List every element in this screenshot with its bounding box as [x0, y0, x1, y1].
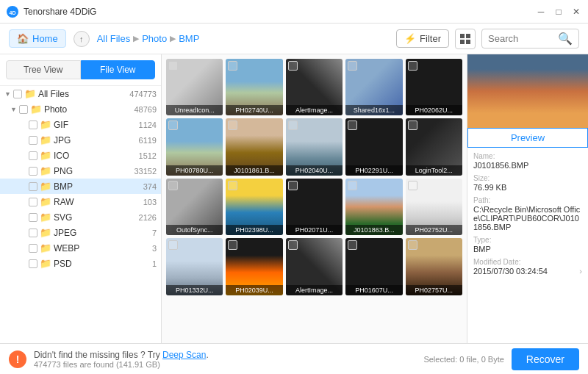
image-checkbox[interactable]	[288, 61, 298, 71]
image-checkbox[interactable]	[348, 181, 357, 190]
image-cell[interactable]: OutofSync...	[166, 179, 223, 235]
folder-icon: 📁	[40, 227, 51, 238]
image-cell[interactable]: PH02071U...	[286, 179, 343, 235]
image-cell[interactable]: PH01607U...	[345, 238, 402, 295]
meta-modified-chevron: 2015/07/30 03:24:54 ›	[473, 267, 582, 276]
tree-checkbox[interactable]	[29, 244, 37, 253]
search-box: 🔍	[481, 29, 579, 48]
tree-checkbox[interactable]	[29, 198, 37, 206]
image-cell[interactable]: PH02291U...	[345, 118, 402, 175]
image-cell[interactable]: PH01332U...	[166, 238, 223, 295]
tree-checkbox[interactable]	[29, 151, 37, 160]
tree-checkbox[interactable]	[29, 229, 37, 237]
search-icon[interactable]: 🔍	[558, 32, 573, 46]
image-checkbox[interactable]	[408, 61, 417, 71]
filter-button[interactable]: ⚡ Filter	[396, 29, 449, 48]
image-cell[interactable]: PH00780U...	[166, 118, 223, 175]
image-cell[interactable]: LoginTool2...	[406, 118, 462, 175]
tree-checkbox[interactable]	[29, 167, 37, 176]
tree-checkbox[interactable]	[29, 136, 37, 145]
sidebar-item-raw[interactable]: 📁 RAW 103	[0, 194, 161, 209]
image-checkbox[interactable]	[288, 240, 298, 250]
image-checkbox[interactable]	[168, 181, 178, 190]
sidebar-item-psd[interactable]: 📁 PSD 1	[0, 256, 161, 271]
image-checkbox[interactable]	[348, 240, 357, 250]
sidebar: Tree View File View ▼ ─ 📁 All Files 4747…	[0, 54, 162, 343]
tree-arrow-icon: ▼	[10, 106, 17, 113]
meta-type-value: BMP	[473, 245, 582, 253]
image-checkbox[interactable]	[228, 121, 237, 130]
image-cell[interactable]: PH02752U...	[406, 179, 462, 235]
breadcrumb-photo[interactable]: Photo	[142, 33, 167, 44]
image-cell[interactable]: J0101863.B...	[345, 179, 402, 235]
sidebar-item-photo[interactable]: ▼ ─ 📁 Photo 48769	[0, 101, 161, 117]
chevron-right-icon[interactable]: ›	[579, 267, 582, 276]
image-checkbox[interactable]	[348, 121, 357, 130]
image-label: J0101861.B...	[226, 165, 282, 176]
image-checkbox[interactable]	[288, 181, 298, 190]
svg-rect-5	[466, 40, 470, 44]
image-cell[interactable]: PH02398U...	[226, 179, 282, 235]
home-button[interactable]: 🏠 Home	[9, 29, 66, 48]
up-button[interactable]: ↑	[74, 31, 90, 47]
image-cell[interactable]: PH02740U...	[226, 59, 282, 115]
image-cell[interactable]: UnreadIcon...	[166, 59, 223, 115]
folder-icon: 📁	[40, 212, 51, 223]
sidebar-item-svg[interactable]: 📁 SVG 2126	[0, 209, 161, 225]
image-label: PH01607U...	[345, 285, 402, 295]
sidebar-item-jpg[interactable]: 📁 JPG 6119	[0, 132, 161, 148]
svg-rect-3	[466, 34, 470, 38]
image-label: PH00780U...	[166, 165, 223, 176]
sidebar-item-ico[interactable]: 📁 ICO 1512	[0, 148, 161, 163]
image-checkbox[interactable]	[408, 121, 417, 130]
image-checkbox[interactable]	[168, 61, 178, 71]
image-checkbox[interactable]	[228, 240, 237, 250]
tree-checkbox[interactable]: ─	[13, 90, 22, 98]
minimize-button[interactable]: ─	[535, 6, 547, 18]
image-checkbox[interactable]	[348, 61, 357, 71]
image-cell[interactable]: PH02757U...	[406, 238, 462, 295]
image-cell[interactable]: Shared16x1...	[345, 59, 402, 115]
bottom-msg-text: Didn't find the missing files ? Try	[34, 350, 162, 360]
image-cell[interactable]: J0101861.B...	[226, 118, 282, 175]
sidebar-item-gif[interactable]: 📁 GIF 1124	[0, 117, 161, 132]
recover-button[interactable]: Recover	[512, 348, 579, 370]
filter-label: Filter	[420, 33, 441, 44]
image-cell[interactable]: AlertImage...	[286, 59, 343, 115]
image-checkbox[interactable]	[168, 240, 178, 250]
deep-scan-link[interactable]: Deep Scan	[162, 350, 206, 360]
tree-checkbox[interactable]	[29, 121, 37, 129]
tree-checkbox[interactable]: ─	[19, 105, 28, 114]
image-checkbox[interactable]	[228, 181, 237, 190]
image-cell[interactable]: PH02040U...	[286, 118, 343, 175]
breadcrumb-allfiles[interactable]: All Files	[97, 33, 131, 44]
maximize-button[interactable]: □	[553, 6, 564, 18]
meta-type-label: Type:	[473, 236, 582, 244]
preview-button[interactable]: Preview	[467, 128, 588, 148]
breadcrumb: All Files ▶ Photo ▶ BMP	[97, 33, 389, 44]
sidebar-item-png[interactable]: 📁 PNG 33152	[0, 163, 161, 179]
sidebar-item-all files[interactable]: ▼ ─ 📁 All Files 474773	[0, 86, 161, 101]
sidebar-item-bmp[interactable]: 📁 BMP 374	[0, 179, 161, 194]
tree-checkbox[interactable]	[29, 259, 37, 268]
image-checkbox[interactable]	[228, 61, 237, 71]
view-toggle-button[interactable]	[455, 29, 476, 49]
tree-checkbox[interactable]	[29, 182, 37, 191]
image-cell[interactable]: PH02039U...	[226, 238, 282, 295]
tree-checkbox[interactable]	[29, 213, 37, 222]
file-view-button[interactable]: File View	[81, 60, 156, 79]
sidebar-item-webp[interactable]: 📁 WEBP 3	[0, 240, 161, 256]
image-checkbox[interactable]	[408, 240, 417, 250]
image-checkbox[interactable]	[288, 121, 298, 130]
image-cell[interactable]: PH02062U...	[406, 59, 462, 115]
image-label: PH02740U...	[226, 105, 282, 115]
search-input[interactable]	[488, 33, 554, 44]
image-checkbox[interactable]	[408, 181, 417, 190]
sidebar-item-jpeg[interactable]: 📁 JPEG 7	[0, 225, 161, 240]
image-cell[interactable]: AlertImage...	[286, 238, 343, 295]
folder-icon: 📁	[30, 104, 42, 115]
tree-item-count: 3	[152, 244, 157, 253]
close-button[interactable]: ✕	[570, 6, 582, 18]
image-checkbox[interactable]	[168, 121, 178, 130]
tree-view-button[interactable]: Tree View	[6, 60, 81, 79]
